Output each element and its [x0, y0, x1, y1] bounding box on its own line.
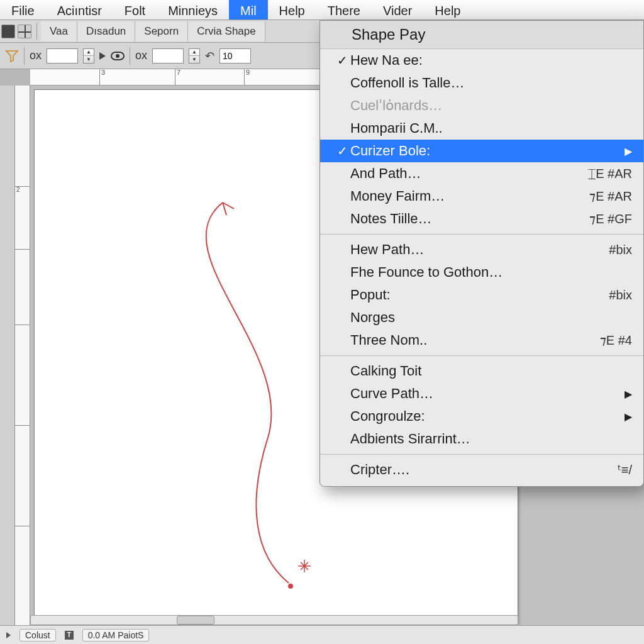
submenu-arrow-icon: ▶ [625, 145, 632, 157]
menu-item-label: Adbients Sirarrint… [350, 431, 632, 447]
ox-label-1: ox [30, 49, 42, 62]
svg-point-0 [288, 584, 293, 589]
mi-money-fairm[interactable]: Money Fairm… ⁊E #AR [320, 185, 643, 208]
menu-item-label: Three Nom.. [350, 332, 600, 348]
shortcut: #bix [609, 243, 632, 257]
menu-item-label: Congroulze: [350, 408, 625, 425]
separator [24, 47, 25, 65]
menu-vider[interactable]: Vider [372, 0, 423, 19]
check-icon: ✓ [334, 53, 350, 68]
play-icon[interactable] [99, 52, 106, 60]
status-bar: Colust T 0.0 AM PaiotS [0, 625, 644, 644]
shortcut: ⁊E #AR [589, 189, 632, 204]
menu-item-label: Notes Tiille… [350, 211, 589, 227]
menu-item-label: Cuelˈlȯnards… [350, 97, 632, 114]
ruler-tick: 7 [175, 69, 180, 85]
eye-icon[interactable] [111, 52, 125, 60]
palette-icon-grid[interactable] [18, 25, 31, 38]
mi-three-nom[interactable]: Three Nom.. ⁊E #4 [320, 329, 643, 352]
horizontal-scrollbar[interactable] [30, 615, 518, 625]
menu-item-label: Fhe Founce to Gothon… [350, 264, 632, 280]
mi-curizer-bole[interactable]: ✓ Curizer Bole: ▶ [320, 140, 643, 162]
palette-icon-1[interactable] [1, 25, 15, 38]
mi-norges[interactable]: Norges [320, 306, 643, 329]
ruler-tick: 9 [244, 69, 250, 85]
shortcut: ⁊E #4 [600, 333, 632, 348]
mi-cuellonards: Cuelˈlȯnards… [320, 94, 643, 117]
menu-item-label: Coffenoll is Talle… [350, 75, 632, 91]
menu-separator [320, 234, 643, 235]
mi-poput[interactable]: Poput: #bix [320, 284, 643, 306]
t-icon[interactable]: T [65, 631, 74, 640]
status-colust[interactable]: Colust [19, 629, 56, 641]
dropdown-header: Shape Pay [320, 21, 643, 49]
mi-homparii[interactable]: Homparii C.M.. [320, 117, 643, 140]
ruler-tick: 2 [15, 186, 30, 193]
spinner-1[interactable]: ▲▼ [83, 48, 94, 64]
mi-and-path[interactable]: And Path… ⌶E #AR [320, 162, 643, 185]
status-left-label: Colust [25, 630, 50, 640]
mi-hew-path[interactable]: Hew Path… #bix [320, 238, 643, 261]
menu-item-label: Calking Toit [350, 363, 632, 379]
menu-folt[interactable]: Folt [113, 0, 157, 19]
mi-notes-tiille[interactable]: Notes Tiille… ⁊E #GF [320, 208, 643, 230]
mi-cripter[interactable]: Cripter…. ᵗ≡/ [320, 458, 643, 481]
expand-icon[interactable] [6, 632, 11, 638]
ruler-left: 2 [15, 86, 30, 625]
menu-item-label: Hew Path… [350, 242, 609, 258]
ruler-tick [15, 325, 30, 325]
menu-item-label: Homparii C.M.. [350, 120, 632, 136]
mi-coffenoll[interactable]: Coffenoll is Talle… [320, 72, 643, 94]
menu-item-label: Cripter…. [350, 462, 618, 478]
tab-vaa[interactable]: Vaa [41, 21, 77, 42]
shortcut: ⁊E #GF [589, 211, 632, 226]
toolbox[interactable] [0, 86, 15, 625]
menu-filie[interactable]: Filie [0, 0, 46, 19]
status-right-label: 0.0 AM PaiotS [88, 630, 144, 640]
menu-acintisr[interactable]: Aciıntisr [46, 0, 113, 19]
shortcut: ⌶E #AR [588, 167, 632, 181]
menu-mil[interactable]: Mil [229, 0, 268, 19]
ruler-tick [15, 526, 30, 526]
menu-item-label: Money Fairm… [350, 188, 589, 204]
submenu-arrow-icon: ▶ [625, 388, 632, 400]
submenu-arrow-icon: ▶ [625, 411, 632, 423]
menu-item-label: Poput: [350, 287, 609, 303]
ox-label-2: ox [135, 49, 147, 62]
mi-adbients-sirarrint[interactable]: Adbients Sirarrint… [320, 428, 643, 450]
menu-minnieys[interactable]: Minnieys [157, 0, 229, 19]
mi-calking-toit[interactable]: Calking Toit [320, 360, 643, 382]
mi-hew-na-ee[interactable]: ✓ Hew Na ee: [320, 49, 643, 72]
menu-there[interactable]: There [316, 0, 372, 19]
shortcut: #bix [609, 288, 632, 303]
menu-separator [320, 355, 643, 356]
status-paiots[interactable]: 0.0 AM PaiotS [82, 629, 150, 641]
check-icon: ✓ [334, 143, 350, 158]
undo-icon[interactable]: ↶ [205, 49, 214, 63]
separator [36, 23, 37, 40]
num-field-3[interactable] [219, 48, 251, 64]
separator [130, 47, 130, 65]
menu-help-1[interactable]: Help [268, 0, 316, 19]
ruler-tick [15, 425, 30, 426]
tab-disadun[interactable]: Dısadun [77, 21, 135, 42]
ruler-tick [15, 249, 30, 250]
menu-item-label: And Path… [350, 165, 588, 182]
mi-curve-path[interactable]: Curve Path… ▶ [320, 382, 643, 405]
ruler-tick: 3 [99, 69, 105, 85]
mi-founce-gothon[interactable]: Fhe Founce to Gothon… [320, 261, 643, 284]
menu-item-label: Norges [350, 309, 632, 326]
mi-congroulze[interactable]: Congroulze: ▶ [320, 405, 643, 428]
scrollbar-thumb[interactable] [177, 616, 214, 625]
tab-seporn[interactable]: Seporn [135, 21, 188, 42]
menu-item-label: Curizer Bole: [350, 143, 625, 159]
ox-field-2[interactable] [152, 48, 184, 64]
ox-field-1[interactable] [47, 48, 78, 64]
funnel-icon[interactable] [5, 49, 19, 63]
tab-crvia-shape[interactable]: Crvia Shape [188, 21, 265, 42]
menu-help-2[interactable]: Help [423, 0, 472, 19]
spinner-2[interactable]: ▲▼ [189, 48, 200, 64]
menu-separator [320, 454, 643, 455]
menubar: Filie Aciıntisr Folt Minnieys Mil Help T… [0, 0, 644, 20]
shortcut: ᵗ≡/ [618, 462, 632, 477]
